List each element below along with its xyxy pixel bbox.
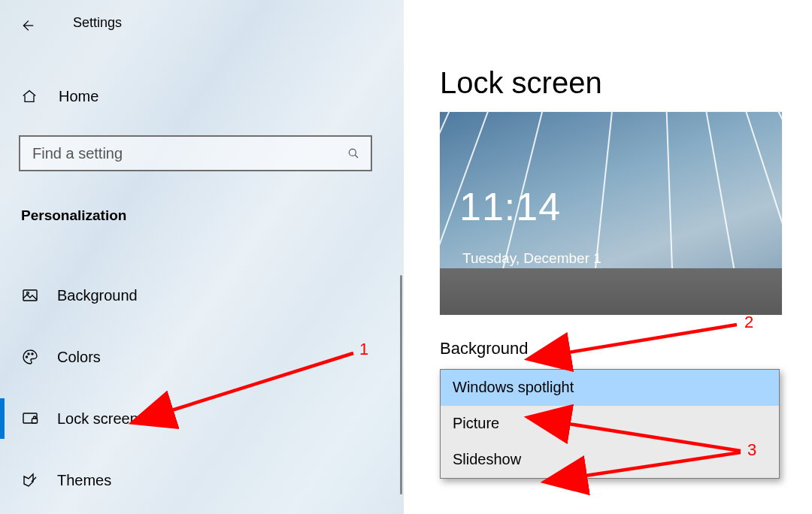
page-title: Lock screen — [440, 66, 782, 100]
themes-icon — [21, 471, 39, 489]
sidebar-item-colors[interactable]: Colors — [0, 326, 404, 388]
svg-point-5 — [32, 353, 33, 355]
decoration — [440, 268, 782, 315]
preview-time: 11:14 — [459, 184, 561, 229]
sidebar-home-label: Home — [59, 88, 98, 105]
search-box[interactable] — [19, 135, 372, 171]
palette-icon — [21, 348, 39, 366]
svg-point-0 — [349, 149, 356, 156]
svg-point-2 — [27, 292, 29, 295]
back-arrow-icon — [19, 17, 35, 34]
sidebar-home[interactable]: Home — [0, 80, 404, 113]
category-heading: Personalization — [21, 207, 126, 224]
dropdown-option-label: Windows spotlight — [453, 379, 574, 396]
annotation-number-3: 3 — [747, 440, 756, 460]
annotation-number-2: 2 — [744, 313, 753, 332]
back-button[interactable] — [17, 15, 38, 36]
svg-rect-1 — [23, 290, 37, 301]
sidebar-item-label: Lock screen — [57, 410, 138, 428]
background-dropdown[interactable]: Windows spotlight Picture Slideshow — [440, 369, 780, 479]
sidebar-item-background[interactable]: Background — [0, 265, 404, 326]
svg-point-3 — [26, 356, 28, 358]
search-icon — [347, 147, 360, 160]
dropdown-option-label: Picture — [453, 415, 499, 432]
sidebar-item-label: Colors — [57, 349, 101, 366]
search-input[interactable] — [31, 144, 347, 163]
sidebar-item-label: Themes — [57, 472, 111, 489]
dropdown-option-picture[interactable]: Picture — [441, 406, 779, 442]
svg-point-4 — [28, 353, 29, 355]
home-icon — [21, 88, 38, 104]
dropdown-option-label: Slideshow — [453, 451, 521, 468]
svg-rect-7 — [32, 419, 38, 423]
main-pane: Lock screen 11:14 Tuesday, December 1 Ba… — [404, 0, 812, 514]
annotation-number-1: 1 — [359, 340, 368, 359]
sidebar-nav: Background Colors Lock screen — [0, 265, 404, 511]
sidebar-scrollbar[interactable] — [400, 275, 402, 494]
app-title: Settings — [73, 15, 122, 31]
lock-screen-preview: 11:14 Tuesday, December 1 — [440, 112, 782, 315]
preview-date: Tuesday, December 1 — [462, 250, 601, 267]
lock-screen-icon — [21, 410, 39, 428]
sidebar-item-lock-screen[interactable]: Lock screen — [0, 388, 404, 449]
picture-icon — [21, 286, 39, 304]
sidebar: Settings Home Personalization — [0, 0, 404, 514]
dropdown-option-slideshow[interactable]: Slideshow — [441, 442, 779, 478]
background-heading: Background — [440, 339, 782, 358]
sidebar-item-label: Background — [57, 287, 138, 304]
sidebar-item-themes[interactable]: Themes — [0, 449, 404, 511]
dropdown-option-spotlight[interactable]: Windows spotlight — [441, 370, 779, 406]
